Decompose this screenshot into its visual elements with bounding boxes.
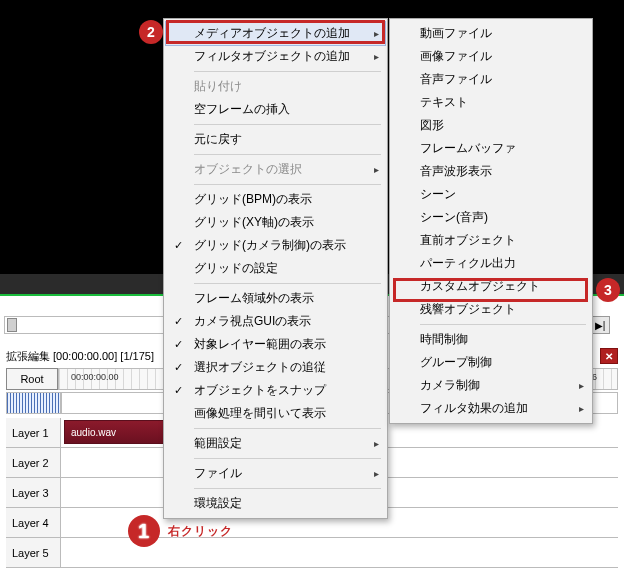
submenu-item-audiowave[interactable]: 音声波形表示 [392, 160, 590, 183]
layer-label[interactable]: Layer 3 [6, 478, 61, 507]
submenu-item-audio[interactable]: 音声ファイル [392, 68, 590, 91]
submenu-media-objects: 動画ファイル 画像ファイル 音声ファイル テキスト 図形 フレームバッファ 音声… [389, 18, 593, 424]
submenu-item-group-control[interactable]: グループ制御 [392, 351, 590, 374]
submenu-item-shape[interactable]: 図形 [392, 114, 590, 137]
menu-item-add-filter[interactable]: フィルタオブジェクトの追加 [166, 45, 385, 68]
audio-clip[interactable]: audio.wav [64, 420, 164, 444]
menu-item-snap-object[interactable]: オブジェクトをスナップ [166, 379, 385, 402]
menu-item-undo[interactable]: 元に戻す [166, 128, 385, 151]
menu-item-add-media[interactable]: メディアオブジェクトの追加 [166, 22, 385, 45]
menu-separator [194, 283, 381, 284]
annotation-text: 右クリック [168, 523, 233, 540]
layer-label[interactable]: Layer 4 [6, 508, 61, 537]
annotation-badge-1: 1 [128, 515, 160, 547]
submenu-item-reverb[interactable]: 残響オブジェクト [392, 298, 590, 321]
menu-item-paste: 貼り付け [166, 75, 385, 98]
menu-separator [194, 184, 381, 185]
layer-label[interactable]: Layer 2 [6, 448, 61, 477]
menu-separator [194, 71, 381, 72]
step-forward-button[interactable]: ▶| [590, 316, 610, 334]
submenu-item-prev-object[interactable]: 直前オブジェクト [392, 229, 590, 252]
menu-item-grid-bpm[interactable]: グリッド(BPM)の表示 [166, 188, 385, 211]
menu-item-grid-settings[interactable]: グリッドの設定 [166, 257, 385, 280]
menu-separator [194, 154, 381, 155]
submenu-item-scene[interactable]: シーン [392, 183, 590, 206]
seek-thumb[interactable] [7, 318, 17, 332]
close-button[interactable]: ✕ [600, 348, 618, 364]
submenu-item-video[interactable]: 動画ファイル [392, 22, 590, 45]
menu-item-range-settings[interactable]: 範囲設定 [166, 432, 385, 455]
root-button[interactable]: Root [6, 368, 58, 390]
submenu-item-time-control[interactable]: 時間制御 [392, 328, 590, 351]
menu-separator [194, 428, 381, 429]
submenu-item-particle[interactable]: パーティクル出力 [392, 252, 590, 275]
menu-item-grid-camera[interactable]: グリッド(カメラ制御)の表示 [166, 234, 385, 257]
layer-label[interactable]: Layer 5 [6, 538, 61, 567]
annotation-badge-2: 2 [139, 20, 163, 44]
submenu-item-image[interactable]: 画像ファイル [392, 45, 590, 68]
submenu-item-custom[interactable]: カスタムオブジェクト [392, 275, 590, 298]
menu-item-thin-image[interactable]: 画像処理を間引いて表示 [166, 402, 385, 425]
menu-item-camera-gui[interactable]: カメラ視点GUIの表示 [166, 310, 385, 333]
menu-separator [194, 458, 381, 459]
submenu-item-text[interactable]: テキスト [392, 91, 590, 114]
layer-label[interactable]: Layer 1 [6, 418, 61, 447]
menu-item-select-obj: オブジェクトの選択 [166, 158, 385, 181]
submenu-item-framebuffer[interactable]: フレームバッファ [392, 137, 590, 160]
submenu-item-filter-effect[interactable]: フィルタ効果の追加 [392, 397, 590, 420]
menu-item-target-layer[interactable]: 対象レイヤー範囲の表示 [166, 333, 385, 356]
menu-item-grid-xy[interactable]: グリッド(XY軸)の表示 [166, 211, 385, 234]
timeline-title: 拡張編集 [00:00:00.00] [1/175] [6, 349, 154, 364]
submenu-item-scene-audio[interactable]: シーン(音声) [392, 206, 590, 229]
annotation-rightclick: 1 右クリック [128, 515, 233, 547]
menu-item-insert-empty[interactable]: 空フレームの挿入 [166, 98, 385, 121]
menu-separator [194, 124, 381, 125]
waveform-strip [6, 392, 61, 414]
annotation-badge-3: 3 [596, 278, 620, 302]
menu-item-file[interactable]: ファイル [166, 462, 385, 485]
context-menu: メディアオブジェクトの追加 フィルタオブジェクトの追加 貼り付け 空フレームの挿… [163, 18, 388, 519]
ruler-tick: 00:00:00.00 [71, 372, 119, 382]
menu-item-environment[interactable]: 環境設定 [166, 492, 385, 515]
menu-separator [194, 488, 381, 489]
submenu-item-camera-control[interactable]: カメラ制御 [392, 374, 590, 397]
menu-item-frame-out[interactable]: フレーム領域外の表示 [166, 287, 385, 310]
layer-row: Layer 5 [6, 538, 618, 568]
menu-item-follow-selection[interactable]: 選択オブジェクトの追従 [166, 356, 385, 379]
menu-separator [420, 324, 586, 325]
